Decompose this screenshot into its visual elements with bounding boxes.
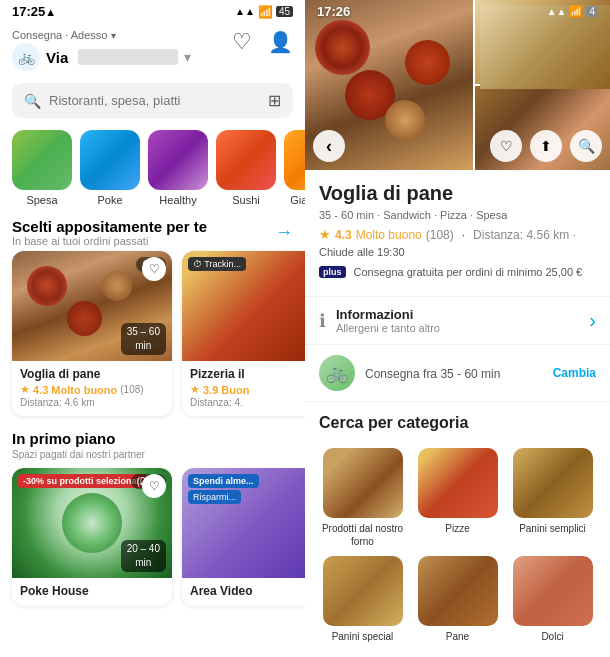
- category-img-poke: [80, 130, 140, 190]
- restaurant-card-1[interactable]: ⏱ Trackin... Pizzeria il ★ 3.9 Buon Dist…: [182, 251, 305, 416]
- address-chevron-icon: ▾: [184, 49, 191, 65]
- category-search-title: Cerca per categoria: [319, 414, 596, 432]
- star-icon-0: ★: [20, 383, 30, 396]
- signal-icon: ▲▲: [235, 6, 255, 17]
- restaurant-details: Voglia di pane 35 - 60 min · Sandwich · …: [305, 170, 610, 296]
- cat-grid-label-forno: Prodotti dal nostro forno: [319, 522, 406, 548]
- delivery-row: 🚲 Consegna fra 35 - 60 min Cambia: [305, 344, 610, 402]
- promo-card-0[interactable]: -30% su prodotti selezionati (202) 20 – …: [12, 468, 172, 606]
- category-item-giappone[interactable]: Giappone: [284, 130, 305, 206]
- cat-grid-img-panini-s: [513, 448, 593, 518]
- sponsored-label: Spazi pagati dai nostri partner: [0, 449, 305, 464]
- cat-grid-item-pane[interactable]: Pane: [414, 556, 501, 643]
- rating-score-0: 4.3: [33, 384, 48, 396]
- spend-badge-1: Spendi alme...: [188, 474, 259, 488]
- cat-grid-img-panini-sp: [323, 556, 403, 626]
- promo-card-1[interactable]: Spendi alme... Risparmi... Area Video: [182, 468, 305, 606]
- category-item-sushi[interactable]: Sushi: [216, 130, 276, 206]
- left-status-icons: ▲▲ 📶 45: [235, 5, 293, 19]
- favorites-button[interactable]: ♡: [232, 29, 252, 55]
- restaurant-info-0: Voglia di pane ★ 4.3 Molto buono (108) D…: [12, 361, 172, 416]
- restaurant-main-name: Voglia di pane: [319, 182, 596, 205]
- promo-fav-0[interactable]: ♡: [142, 474, 166, 498]
- restaurant-hero: 17:26 ▲▲ 📶 4: [305, 0, 610, 170]
- category-label-sushi: Sushi: [232, 194, 260, 206]
- scelti-arrow[interactable]: →: [275, 222, 293, 243]
- category-grid: Prodotti dal nostro forno Pizze Panini s…: [305, 448, 610, 657]
- promo-img-0: -30% su prodotti selezionati (202) 20 – …: [12, 468, 172, 578]
- scelti-subtitle: In base ai tuoi ordini passati: [12, 235, 207, 247]
- star-icon-1: ★: [190, 383, 200, 396]
- promo-name-1: Area Video: [190, 584, 305, 598]
- address-bar-placeholder: [78, 49, 178, 65]
- main-rating-score: 4.3: [335, 228, 352, 242]
- category-img-sushi: [216, 130, 276, 190]
- delivery-text: Consegna fra 35 - 60 min: [365, 364, 500, 382]
- promo-discount-badge-0: -30% su prodotti selezionati: [18, 474, 147, 488]
- delivery-change-button[interactable]: Cambia: [553, 366, 596, 380]
- back-button[interactable]: ‹: [313, 130, 345, 162]
- cat-grid-item-forno[interactable]: Prodotti dal nostro forno: [319, 448, 406, 548]
- categories-scroll: Spesa Poke Healthy Sushi Giappone: [0, 126, 305, 214]
- search-input[interactable]: [49, 93, 260, 108]
- distance-1: Distanza: 4.: [190, 397, 305, 408]
- hero-signal-icon: ▲▲: [547, 6, 567, 17]
- category-item-healthy[interactable]: Healthy: [148, 130, 208, 206]
- left-status-bar: 17:25 ▲ ▲▲ 📶 45: [0, 0, 305, 23]
- left-time: 17:25: [12, 4, 45, 19]
- chevron-down-icon: ▾: [111, 30, 116, 41]
- promo-name-0: Poke House: [20, 584, 164, 598]
- cat-grid-item-panini-s[interactable]: Panini semplici: [509, 448, 596, 548]
- right-panel: 17:26 ▲▲ 📶 4: [305, 0, 610, 657]
- restaurant-name-0: Voglia di pane: [20, 367, 164, 381]
- profile-button[interactable]: 👤: [268, 30, 293, 54]
- left-panel: 17:25 ▲ ▲▲ 📶 45 Consegna · Adesso ▾ 🚲 Vi…: [0, 0, 305, 657]
- free-delivery-text: Consegna gratuita per ordini di minimo 2…: [354, 266, 583, 278]
- info-row[interactable]: ℹ Informazioni Allergeni e tanto altro ›: [305, 296, 610, 344]
- cat-grid-label-dolci: Dolci: [541, 630, 563, 643]
- cat-grid-img-pane: [418, 556, 498, 626]
- hero-share-button[interactable]: ⬆: [530, 130, 562, 162]
- cat-grid-img-dolci: [513, 556, 593, 626]
- delivery-time-text: Consegna fra 35 - 60 min: [365, 367, 500, 381]
- hero-right-actions: ♡ ⬆ 🔍: [490, 130, 602, 162]
- category-search-section: Cerca per categoria: [305, 402, 610, 448]
- risparmia-badge-1: Risparmi...: [188, 490, 241, 504]
- header-icons: ♡ 👤: [232, 29, 293, 55]
- rating-label-1: Buon: [221, 384, 249, 396]
- main-rating-count: (108): [426, 228, 454, 242]
- search-bar[interactable]: 🔍 ⊞: [12, 83, 293, 118]
- cat-grid-item-pizze[interactable]: Pizze: [414, 448, 501, 548]
- info-text: Informazioni Allergeni e tanto altro: [336, 307, 440, 334]
- category-item-poke[interactable]: Poke: [80, 130, 140, 206]
- category-img-giappone: [284, 130, 305, 190]
- main-distance: Distanza: 4.56 km ·: [473, 228, 576, 242]
- cat-grid-item-dolci[interactable]: Dolci: [509, 556, 596, 643]
- fav-btn-0[interactable]: ♡: [142, 257, 166, 281]
- hero-heart-button[interactable]: ♡: [490, 130, 522, 162]
- cat-grid-img-pizze: [418, 448, 498, 518]
- delivery-label: Consegna · Adesso ▾: [12, 29, 191, 41]
- hero-time: 17:26: [317, 4, 350, 19]
- closing-time: Chiude alle 19:30: [319, 246, 596, 258]
- hero-search-button[interactable]: 🔍: [570, 130, 602, 162]
- rating-score-1: 3.9: [203, 384, 218, 396]
- category-label-giappone: Giappone: [290, 194, 305, 206]
- restaurant-meta: 35 - 60 min · Sandwich · Pizza · Spesa: [319, 209, 596, 221]
- filter-icon[interactable]: ⊞: [268, 91, 281, 110]
- primo-piano-header: In primo piano: [0, 426, 305, 449]
- dot-separator: ·: [462, 228, 465, 242]
- distance-0: Distanza: 4.6 km: [20, 397, 164, 408]
- scelti-header: Scelti appositamente per te In base ai t…: [0, 214, 305, 247]
- tracking-badge-1: ⏱ Trackin...: [188, 257, 246, 271]
- delivery-address[interactable]: 🚲 Via ▾: [12, 43, 191, 71]
- main-rating-label: Molto buono: [356, 228, 422, 242]
- cat-grid-label-pizze: Pizze: [445, 522, 469, 535]
- category-img-spesa: [12, 130, 72, 190]
- promo-img-1: Spendi alme... Risparmi...: [182, 468, 305, 578]
- scelti-title: Scelti appositamente per te: [12, 218, 207, 235]
- category-item-spesa[interactable]: Spesa: [12, 130, 72, 206]
- hero-battery-icon: 4: [586, 6, 598, 17]
- restaurant-card-0[interactable]: (23) 35 – 60 min ♡ Voglia di pane ★ 4.3 …: [12, 251, 172, 416]
- cat-grid-item-panini-sp[interactable]: Panini special: [319, 556, 406, 643]
